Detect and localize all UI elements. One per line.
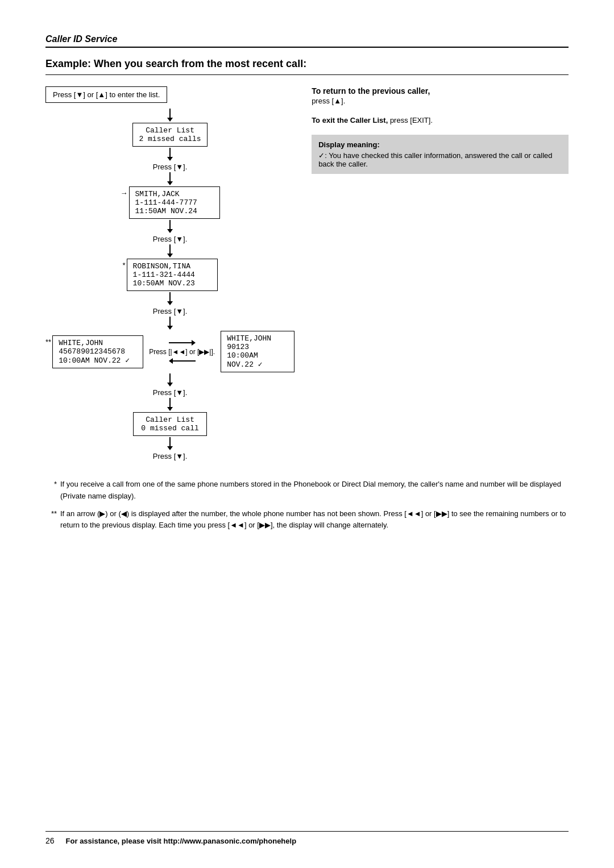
diagram-area: Press [▼] or [▲] to enter the list. Call… (45, 86, 569, 462)
bottom-bar: 26 For assistance, please visit http://w… (45, 831, 569, 845)
smith-box: SMITH,JACK1-111-444-777711:50AM NOV.24 (129, 186, 220, 219)
arrow2b (45, 244, 294, 258)
caller-list-text: Caller List2 missed calls (139, 126, 201, 143)
press4-label: Press [▼]. (153, 388, 188, 397)
arrow3b (45, 317, 294, 330)
return-info: To return to the previous caller, press … (312, 86, 569, 107)
caller-list-zero-text: Caller List0 missed call (141, 416, 198, 433)
footnotes-section: * If you receive a call from one of the … (45, 479, 569, 531)
footer-text: For assistance, please visit http://www.… (66, 837, 297, 845)
footnote2-star: ** (45, 508, 57, 532)
exit-title: To exit the Caller List, (312, 116, 388, 124)
arrow5 (45, 437, 294, 450)
return-title: To return to the previous caller, (312, 86, 430, 95)
arrow-to-caller-list (45, 109, 294, 122)
footnote1-star: * (45, 479, 57, 502)
caller-list-zero-step: Caller List0 missed call (45, 412, 294, 436)
press-mid-label: Press [|◄◄] or [▶▶|]. (149, 348, 215, 356)
whitejohn-left-text: WHITE,JOHN45678901234567810:00AM NOV.22 … (59, 339, 130, 365)
display-meaning-title: Display meaning: (318, 140, 562, 149)
display-meaning-text: You have checked this caller information… (318, 151, 552, 168)
arrow2 (45, 220, 294, 233)
display-meaning-box: Display meaning: ✓: You have checked thi… (312, 135, 569, 174)
caller-list-zero-box: Caller List0 missed call (133, 412, 207, 436)
arrow1b (45, 172, 294, 185)
right-panel: To return to the previous caller, press … (312, 86, 569, 462)
press5-label: Press [▼]. (153, 452, 188, 460)
smith-step: → SMITH,JACK1-111-444-777711:50AM NOV.24 (45, 186, 294, 219)
whitejohn-right-text: WHITE,JOHN9012310:00AM NOV.22 ✓ (227, 334, 271, 369)
smith-arrow-indicator: → (121, 189, 128, 197)
whitejohn-right-box: WHITE,JOHN9012310:00AM NOV.22 ✓ (221, 331, 294, 372)
section-title: Caller ID Service (45, 34, 569, 48)
exit-combined: To exit the Caller List, press [EXIT]. (312, 116, 433, 124)
press1-label: Press [▼]. (153, 163, 188, 171)
whitejohn-double-star: ** (45, 338, 51, 346)
display-meaning-content: ✓: You have checked this caller informat… (318, 151, 562, 168)
return-text: press [▲]. (312, 97, 345, 105)
footnote2-text: If an arrow (▶) or (◀) is displayed afte… (60, 508, 569, 532)
footnote1-text: If you receive a call from one of the sa… (60, 479, 569, 502)
robinson-box: ROBINSON,TINA1-111-321-444410:50AM NOV.2… (127, 259, 218, 291)
smith-text: SMITH,JACK1-111-444-777711:50AM NOV.24 (135, 190, 197, 215)
caller-list-box: Caller List2 missed calls (132, 123, 207, 147)
flowchart: Press [▼] or [▲] to enter the list. Call… (45, 86, 294, 462)
press3-label: Press [▼]. (153, 307, 188, 315)
footnote1-item: * If you receive a call from one of the … (45, 479, 569, 502)
exit-info: To exit the Caller List, press [EXIT]. (312, 115, 569, 126)
enter-list-label: Press [▼] or [▲] to enter the list. (45, 86, 167, 103)
arrow4 (45, 373, 294, 387)
robinson-step: * ROBINSON,TINA1-111-321-444410:50AM NOV… (45, 259, 294, 291)
checkmark-icon: ✓: (318, 151, 329, 160)
footnote2-item: ** If an arrow (▶) or (◀) is displayed a… (45, 508, 569, 532)
arrow1 (45, 148, 294, 161)
exit-text: press [EXIT]. (390, 116, 433, 124)
example-heading: Example: When you search from the most r… (45, 58, 569, 75)
page-number: 26 (45, 836, 55, 845)
arrow3 (45, 292, 294, 305)
caller-list-step: Caller List2 missed calls (45, 123, 294, 147)
robinson-star: * (123, 261, 126, 269)
arrow4b (45, 398, 294, 411)
robinson-text: ROBINSON,TINA1-111-321-444410:50AM NOV.2… (133, 262, 195, 288)
whitejohn-left-box: WHITE,JOHN45678901234567810:00AM NOV.22 … (52, 335, 143, 368)
whitejohn-row: ** WHITE,JOHN45678901234567810:00AM NOV.… (45, 331, 294, 372)
press2-label: Press [▼]. (153, 235, 188, 243)
